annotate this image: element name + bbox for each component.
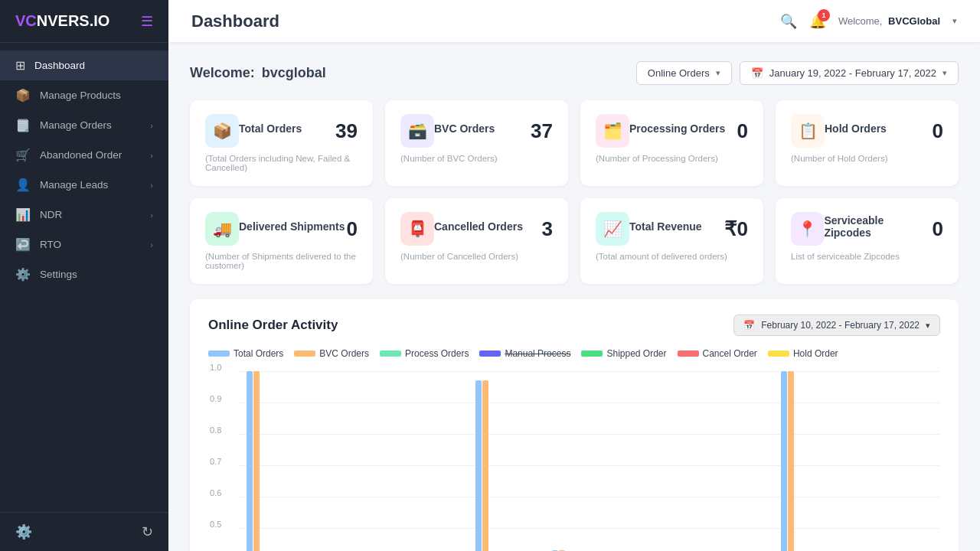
cancelled-orders-icon: 📮 xyxy=(400,212,434,246)
chevron-right-icon: › xyxy=(150,240,153,249)
sidebar-item-label: Dashboard xyxy=(34,60,85,71)
stat-card-delivered-shipments: 🚚 Delivered Shipments 0 (Number of Shipm… xyxy=(190,198,373,284)
chart-chevron-icon: ▾ xyxy=(926,321,930,331)
bar-group xyxy=(781,371,856,551)
leads-icon: 👤 xyxy=(15,178,31,192)
stat-desc-processing-orders: (Number of Processing Orders) xyxy=(596,154,748,163)
legend-color xyxy=(678,350,699,357)
sidebar-item-abandoned-order[interactable]: 🛒 Abandoned Order › xyxy=(0,140,168,170)
legend-label: Manual Process xyxy=(505,348,570,359)
stat-desc-cancelled-orders: (Number of Cancelled Orders) xyxy=(400,252,553,261)
sidebar-item-manage-orders[interactable]: 🗒️ Manage Orders › xyxy=(0,110,168,140)
notification-bell[interactable]: 🔔 1 xyxy=(809,13,826,30)
filter-group: Online Orders ▾ 📅 January 19, 2022 - Feb… xyxy=(636,61,959,85)
chart-calendar-icon: 📅 xyxy=(743,320,755,331)
legend-color xyxy=(768,350,789,357)
main-content: Dashboard 🔍 🔔 1 Welcome, BVCGlobal ▾ Wel… xyxy=(168,0,980,551)
stat-desc-hold-orders: (Number of Hold Orders) xyxy=(791,154,943,163)
y-axis-label: 0.8 xyxy=(210,425,221,435)
welcome-text: Welcome: bvcglobal xyxy=(190,65,326,81)
username-text: BVCGlobal xyxy=(888,15,940,27)
stat-label-total-orders: Total Orders xyxy=(239,122,302,135)
sidebar-item-manage-leads[interactable]: 👤 Manage Leads › xyxy=(0,170,168,200)
notification-badge: 1 xyxy=(818,9,830,21)
date-chevron-icon: ▾ xyxy=(942,68,947,78)
y-axis-label: 0.9 xyxy=(210,394,221,403)
logo-text: VCNVERS.IO xyxy=(15,12,109,30)
legend-label: Process Orders xyxy=(405,348,469,359)
stat-value-cancelled-orders: 3 xyxy=(542,217,553,241)
processing-orders-icon: 🗂️ xyxy=(596,114,629,148)
hamburger-icon[interactable]: ☰ xyxy=(141,13,153,30)
chart-legend: Total Orders BVC Orders Process Orders M… xyxy=(208,348,940,359)
stat-card-cancelled-orders: 📮 Cancelled Orders 3 (Number of Cancelle… xyxy=(385,198,568,284)
search-icon[interactable]: 🔍 xyxy=(780,13,797,30)
legend-color xyxy=(208,350,230,357)
bar-bvc xyxy=(788,371,794,551)
chart-title: Online Order Activity xyxy=(208,318,338,333)
chart-header: Online Order Activity 📅 February 10, 202… xyxy=(208,315,940,336)
delivered-shipments-icon: 🚚 xyxy=(205,212,239,246)
stat-desc-total-orders: (Total Orders including New, Failed & Ca… xyxy=(205,154,358,172)
stat-card-total-orders: 📦 Total Orders 39 (Total Orders includin… xyxy=(190,100,373,186)
stat-value-total-revenue: ₹0 xyxy=(724,217,748,241)
sidebar-item-label: RTO xyxy=(40,239,61,250)
sidebar-nav: ⊞ Dashboard 📦 Manage Products 🗒️ Manage … xyxy=(0,43,168,512)
sidebar-item-label: NDR xyxy=(40,209,62,220)
bar-total xyxy=(475,380,482,551)
chevron-right-icon: › xyxy=(150,151,153,160)
chart-date-picker[interactable]: 📅 February 10, 2022 - February 17, 2022 … xyxy=(733,315,940,336)
settings-footer-icon[interactable]: ⚙️ xyxy=(15,523,32,540)
bar-bvc xyxy=(482,380,488,551)
legend-label: Hold Order xyxy=(793,348,838,359)
products-icon: 📦 xyxy=(15,88,31,103)
date-range-picker[interactable]: 📅 January 19, 2022 - February 17, 2022 ▾ xyxy=(740,61,959,85)
legend-label: Total Orders xyxy=(234,348,283,359)
order-type-dropdown[interactable]: Online Orders ▾ xyxy=(636,61,732,85)
sidebar-item-label: Settings xyxy=(40,269,77,280)
header-right: 🔍 🔔 1 Welcome, BVCGlobal ▾ xyxy=(780,13,957,30)
legend-label: Cancel Order xyxy=(703,348,757,359)
stat-value-delivered-shipments: 0 xyxy=(347,217,358,241)
stat-value-processing-orders: 0 xyxy=(737,119,748,143)
settings-icon: ⚙️ xyxy=(15,267,31,282)
bar-total xyxy=(781,371,787,551)
chevron-right-icon: › xyxy=(150,210,153,220)
legend-item: Total Orders xyxy=(208,348,283,359)
sidebar-item-rto[interactable]: ↩️ RTO › xyxy=(0,230,168,259)
sidebar-item-manage-products[interactable]: 📦 Manage Products xyxy=(0,80,168,110)
stat-label-bvc-orders: BVC Orders xyxy=(434,122,495,135)
stat-desc-bvc-orders: (Number of BVC Orders) xyxy=(400,154,553,163)
stat-label-serviceable-zipcodes: Serviceable Zipcodes xyxy=(824,214,932,239)
y-axis-label: 0.7 xyxy=(210,457,221,466)
legend-color xyxy=(581,350,603,357)
rto-icon: ↩️ xyxy=(15,237,31,252)
order-type-label: Online Orders xyxy=(648,67,710,79)
calendar-icon: 📅 xyxy=(751,67,763,79)
sidebar-item-dashboard[interactable]: ⊞ Dashboard xyxy=(0,51,168,80)
legend-label: Shipped Order xyxy=(606,348,666,359)
chart-section: Online Order Activity 📅 February 10, 202… xyxy=(190,299,959,551)
sidebar-item-settings[interactable]: ⚙️ Settings xyxy=(0,259,168,289)
abandoned-icon: 🛒 xyxy=(15,148,31,162)
serviceable-zipcodes-icon: 📍 xyxy=(791,212,824,246)
chevron-right-icon: › xyxy=(150,181,153,190)
legend-color xyxy=(294,350,315,357)
sidebar-footer: ⚙️ ↻ xyxy=(0,512,168,551)
refresh-icon[interactable]: ↻ xyxy=(142,523,153,540)
sidebar-item-ndr[interactable]: 📊 NDR › xyxy=(0,200,168,230)
sidebar-item-label: Abandoned Order xyxy=(40,149,122,161)
dropdown-chevron-icon: ▾ xyxy=(716,68,720,78)
user-menu-chevron-icon[interactable]: ▾ xyxy=(952,16,957,26)
stat-value-total-orders: 39 xyxy=(335,119,358,143)
bvc-orders-icon: 🗃️ xyxy=(400,114,434,148)
stats-grid: 📦 Total Orders 39 (Total Orders includin… xyxy=(190,100,959,284)
content-area: Welcome: bvcglobal Online Orders ▾ 📅 Jan… xyxy=(168,43,980,551)
sidebar-item-label: Manage Orders xyxy=(40,119,112,131)
legend-item: BVC Orders xyxy=(294,348,369,359)
ndr-icon: 📊 xyxy=(15,207,31,222)
sidebar: VCNVERS.IO ☰ ⊞ Dashboard 📦 Manage Produc… xyxy=(0,0,168,551)
y-axis-label: 0.5 xyxy=(210,520,221,529)
bars-container xyxy=(239,371,940,551)
total-orders-icon: 📦 xyxy=(205,114,239,148)
